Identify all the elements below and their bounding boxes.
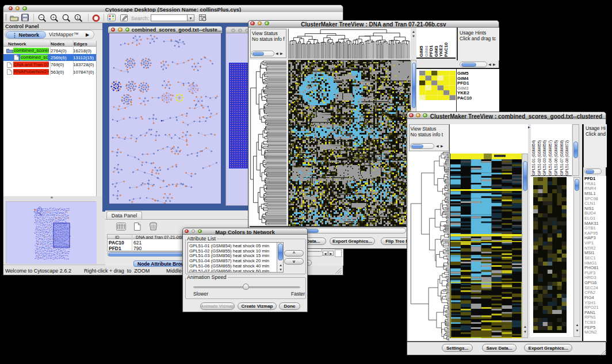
- svg-text:1: 1: [76, 16, 79, 20]
- svg-text:−: −: [40, 16, 43, 20]
- svg-text:+: +: [52, 16, 55, 20]
